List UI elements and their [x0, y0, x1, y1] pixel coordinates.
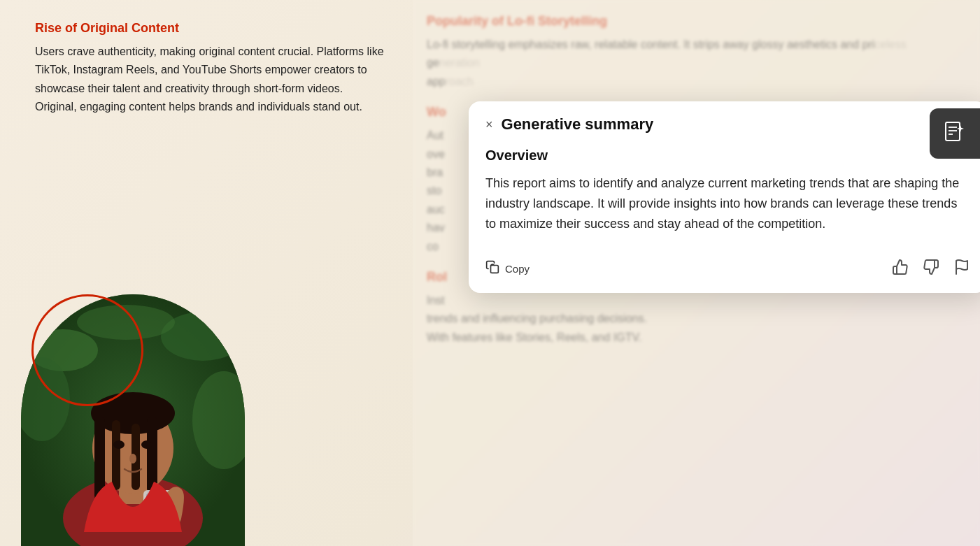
circle-decoration: [31, 294, 143, 406]
ai-icon: [942, 120, 967, 148]
summary-footer: Copy: [469, 247, 980, 293]
overview-heading: Overview: [485, 148, 970, 164]
overview-body: This report aims to identify and analyze…: [485, 173, 970, 234]
svg-rect-19: [491, 266, 499, 273]
summary-header: × Generative summary Beta: [469, 101, 980, 145]
svg-rect-11: [147, 417, 157, 494]
left-column: Rise of Original Content Users crave aut…: [0, 0, 413, 546]
copy-label: Copy: [505, 263, 530, 275]
svg-point-14: [113, 440, 125, 449]
right-column: Popularity of Lo-fi Storytelling Lo-fi s…: [413, 0, 980, 546]
copy-button[interactable]: Copy: [485, 260, 530, 278]
rise-of-original-title: Rise of Original Content: [35, 21, 385, 36]
generative-summary-panel: × Generative summary Beta Overview This …: [469, 101, 980, 293]
rise-of-original-body: Users crave authenticity, making origina…: [35, 43, 385, 117]
left-section-1: Rise of Original Content Users crave aut…: [35, 21, 385, 117]
close-button[interactable]: ×: [485, 118, 493, 131]
svg-rect-21: [946, 122, 960, 141]
copy-icon: [485, 260, 499, 278]
svg-point-15: [141, 440, 152, 449]
flag-icon[interactable]: [953, 259, 970, 279]
thumbs-up-icon[interactable]: [892, 259, 909, 279]
summary-content: Overview This report aims to identify an…: [469, 145, 980, 247]
page-container: Rise of Original Content Users crave aut…: [0, 0, 980, 546]
feedback-icons: [892, 259, 970, 279]
svg-point-16: [129, 454, 136, 464]
svg-rect-12: [112, 420, 120, 490]
ai-summary-button[interactable]: [930, 108, 980, 159]
summary-title: Generative summary: [502, 115, 931, 134]
thumbs-down-icon[interactable]: [923, 259, 939, 279]
